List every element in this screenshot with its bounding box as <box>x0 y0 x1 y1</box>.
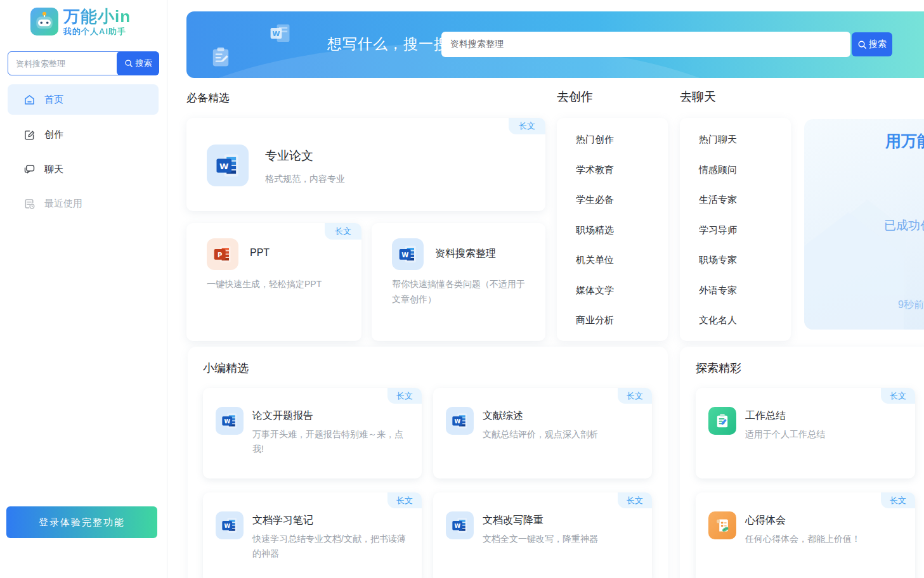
svg-text:W: W <box>454 418 460 425</box>
card-desc: 格式规范，内容专业 <box>265 171 345 186</box>
sidebar-search-button-label: 搜索 <box>136 58 152 69</box>
card-work-summary[interactable]: 长文 工作总结 适用于个人工作总结 <box>696 388 915 478</box>
chat-category-list: 热门聊天 情感顾问 生活专家 学习导师 职场专家 外语专家 文化名人 <box>680 118 791 341</box>
banner-search-button[interactable]: 搜索 <box>852 32 892 56</box>
create-item-student[interactable]: 学生必备 <box>557 184 668 215</box>
badge-long-text: 长文 <box>881 492 915 508</box>
badge-long-text: 长文 <box>387 492 422 508</box>
promo-title: 用万能 <box>885 131 924 151</box>
card-desc: 万事开头难，开题报告特别难～来，点我! <box>252 427 412 456</box>
create-item-hot[interactable]: 热门创作 <box>557 124 668 155</box>
card-title: 专业论文 <box>265 148 313 164</box>
sidebar-item-chat-label: 聊天 <box>44 164 63 176</box>
card-literature-review[interactable]: 长文 W 文献综述 文献总结评价，观点深入剖析 <box>433 388 652 478</box>
card-professional-paper[interactable]: 长文 W 专业论文 格式规范，内容专业 <box>186 118 545 211</box>
svg-text:W: W <box>224 523 230 529</box>
sidebar-item-create[interactable]: 创作 <box>8 119 159 150</box>
card-title: 文档改写降重 <box>483 514 543 527</box>
sidebar-search: 搜索 <box>8 51 159 75</box>
create-item-workplace[interactable]: 职场精选 <box>557 215 668 245</box>
promo-subtitle: 已成功创 <box>884 217 924 234</box>
word-doc-icon: W <box>446 407 474 435</box>
brand-name: 万能小in <box>63 8 131 25</box>
banner-search-button-label: 搜索 <box>869 39 887 50</box>
promo-panel[interactable]: 用万能 已成功创 9秒前 <box>804 119 924 330</box>
word-doc-icon: W <box>446 511 474 539</box>
card-thesis-proposal[interactable]: 长文 W 论文开题报告 万事开头难，开题报告特别难～来，点我! <box>203 388 422 478</box>
word-doc-icon: W <box>392 238 424 270</box>
card-document-rewrite[interactable]: 长文 W 文档改写降重 文档全文一键改写，降重神器 <box>433 492 652 578</box>
section-title-chat: 去聊天 <box>680 89 716 105</box>
chat-item-language[interactable]: 外语专家 <box>680 275 791 305</box>
badge-long-text: 长文 <box>618 492 652 508</box>
card-desc: 适用于个人工作总结 <box>745 427 905 442</box>
banner-search-input[interactable] <box>441 32 850 57</box>
card-ppt[interactable]: 长文 P PPT 一键快速生成，轻松搞定PPT <box>186 223 361 341</box>
chat-item-life[interactable]: 生活专家 <box>680 184 791 215</box>
ppt-icon: P <box>207 238 238 270</box>
chat-item-culture[interactable]: 文化名人 <box>680 305 791 335</box>
svg-text:W: W <box>401 252 408 259</box>
brand-logo[interactable]: 万能小in 我的个人AI助手 <box>30 8 131 37</box>
svg-text:W: W <box>272 30 280 38</box>
create-category-list: 热门创作 学术教育 学生必备 职场精选 机关单位 媒体文学 商业分析 <box>557 118 668 341</box>
section-title-essentials: 必备精选 <box>186 91 230 105</box>
section-title-explore: 探索精彩 <box>696 361 741 376</box>
card-research-search[interactable]: W 资料搜索整理 帮你快速搞懂各类问题（不适用于文章创作） <box>372 223 545 341</box>
svg-text:W: W <box>224 418 230 425</box>
svg-text:W: W <box>219 162 229 171</box>
clipboard-checklist-icon <box>708 407 736 435</box>
card-desc: 文献总结评价，观点深入剖析 <box>483 427 642 442</box>
card-reflections[interactable]: 长文 心得体会 任何心得体会，都能上价值！ <box>696 492 915 578</box>
card-title: 文档学习笔记 <box>252 514 313 527</box>
sidebar: 万能小in 我的个人AI助手 搜索 首页 <box>0 0 167 578</box>
svg-text:W: W <box>454 523 460 529</box>
app-page: 万能小in 我的个人AI助手 搜索 首页 <box>0 0 924 578</box>
editors-picks-panel: 小编精选 长文 W 论文开题报告 万事开头难，开题报告特别难～来，点我! 长文 <box>188 347 668 578</box>
create-item-academic[interactable]: 学术教育 <box>557 155 668 185</box>
card-title: 论文开题报告 <box>252 409 313 423</box>
chat-item-emotion[interactable]: 情感顾问 <box>680 155 791 185</box>
banner-title: 想写什么，搜一搜 <box>327 34 449 54</box>
login-button[interactable]: 登录体验完整功能 <box>6 506 157 538</box>
chat-item-hot[interactable]: 热门聊天 <box>680 124 791 155</box>
sidebar-item-home[interactable]: 首页 <box>8 84 159 115</box>
badge-long-text: 长文 <box>325 223 361 240</box>
scroll-leaf-icon <box>708 511 736 539</box>
badge-long-text: 长文 <box>881 388 915 404</box>
chat-item-study[interactable]: 学习导师 <box>680 215 791 245</box>
card-desc: 任何心得体会，都能上价值！ <box>745 532 905 546</box>
search-banner: W 想写什么，搜一搜 搜索 <box>186 11 924 78</box>
card-document-study-notes[interactable]: 长文 W 文档学习笔记 快速学习总结专业文档/文献，把书读薄的神器 <box>203 492 422 578</box>
chat-item-workplace[interactable]: 职场专家 <box>680 245 791 275</box>
badge-long-text: 长文 <box>509 118 545 134</box>
search-icon <box>124 59 133 68</box>
sidebar-search-button[interactable]: 搜索 <box>117 51 159 75</box>
sidebar-item-recent[interactable]: 最近使用 <box>8 188 159 219</box>
create-item-government[interactable]: 机关单位 <box>557 245 668 275</box>
card-title: 文献综述 <box>483 409 523 423</box>
robot-logo-icon <box>30 8 58 35</box>
word-doc-icon: W <box>216 511 244 539</box>
word-doc-icon: W <box>216 407 244 435</box>
sidebar-item-home-label: 首页 <box>44 94 63 106</box>
card-desc: 一键快速生成，轻松搞定PPT <box>207 276 346 292</box>
svg-text:P: P <box>218 252 222 259</box>
sidebar-item-chat[interactable]: 聊天 <box>8 154 159 184</box>
word-doc-icon: W <box>207 144 249 186</box>
badge-long-text: 长文 <box>618 388 652 404</box>
clipboard-watermark-icon <box>208 44 233 70</box>
section-title-editors: 小编精选 <box>203 361 249 376</box>
search-icon <box>857 40 867 49</box>
brand-tagline: 我的个人AI助手 <box>63 26 131 37</box>
brand-text: 万能小in 我的个人AI助手 <box>63 8 131 37</box>
card-desc: 帮你快速搞懂各类问题（不适用于文章创作） <box>392 276 528 307</box>
create-item-business[interactable]: 商业分析 <box>557 305 668 335</box>
create-item-media[interactable]: 媒体文学 <box>557 275 668 305</box>
sidebar-item-create-label: 创作 <box>44 129 63 141</box>
card-title: 心得体会 <box>745 514 786 527</box>
explore-panel: 探索精彩 长文 工作总结 适用于个人工作总结 长文 <box>680 347 924 578</box>
card-desc: 文档全文一键改写，降重神器 <box>483 532 642 546</box>
edit-icon <box>23 128 36 141</box>
card-title: 工作总结 <box>745 409 786 423</box>
